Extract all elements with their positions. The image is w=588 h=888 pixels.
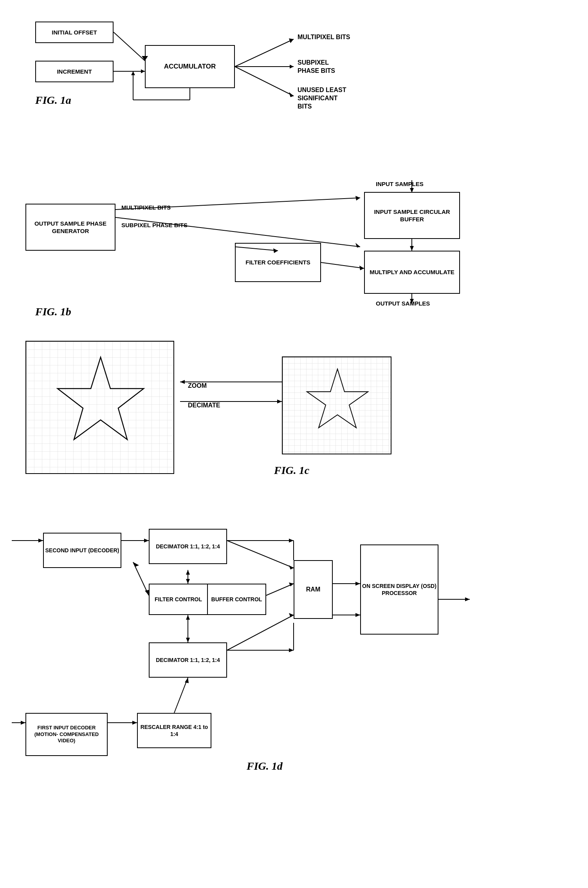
output-sample-phase-generator-box: OUTPUT SAMPLE PHASE GENERATOR — [25, 204, 115, 251]
svg-marker-55 — [289, 648, 294, 652]
first-input-decoder-box: FIRST INPUT DECODER (MOTION- COMPENSATED… — [25, 713, 108, 756]
svg-line-22 — [321, 262, 364, 268]
svg-marker-51 — [186, 579, 190, 584]
zoom-label: ZOOM — [188, 382, 207, 390]
decimator-top-box: DECIMATOR 1:1, 1:2, 1:4 — [149, 529, 227, 564]
svg-rect-32 — [283, 357, 391, 454]
fig-1c-label: FIG. 1c — [274, 464, 309, 477]
svg-marker-45 — [289, 539, 294, 543]
diagram-container: INITIAL OFFSET INCREMENT ACCUMULATOR MUL… — [0, 0, 588, 888]
input-samples-label-1b: INPUT SAMPLES — [376, 180, 424, 188]
svg-marker-74 — [21, 721, 25, 725]
svg-marker-17 — [355, 243, 360, 248]
svg-line-69 — [174, 678, 188, 713]
subpixel-phase-bits-label-1a: SUBPIXELPHASE BITS — [298, 59, 335, 75]
accumulator-box: ACCUMULATOR — [145, 45, 235, 88]
rescaler-box: RESCALER RANGE 4:1 to 1:4 — [137, 713, 211, 748]
input-sample-circular-buffer-box: INPUT SAMPLE CIRCULAR BUFFER — [364, 192, 460, 239]
svg-marker-43 — [289, 565, 294, 570]
svg-marker-13 — [289, 92, 294, 97]
svg-marker-37 — [277, 400, 282, 403]
svg-line-0 — [114, 32, 145, 61]
svg-marker-70 — [185, 678, 189, 683]
buffer-control-text: BUFFER CONTROL — [208, 584, 265, 614]
svg-marker-68 — [465, 597, 470, 601]
second-input-decoder-box: SECOND INPUT (DECODER) — [43, 533, 121, 568]
filter-control-text: FILTER CONTROL — [150, 584, 208, 614]
filter-buffer-control-box: FILTER CONTROL BUFFER CONTROL — [149, 584, 266, 615]
svg-marker-50 — [186, 570, 190, 575]
svg-marker-64 — [355, 582, 360, 586]
svg-marker-21 — [410, 246, 414, 251]
multiply-accumulate-box: MULTIPLY AND ACCUMULATE — [364, 251, 460, 294]
svg-line-60 — [133, 562, 149, 595]
small-grid-svg — [283, 357, 391, 454]
multipixel-bits-label-1b: MULTIPIXEL BITS — [121, 204, 171, 212]
large-grid-image — [25, 341, 174, 474]
svg-marker-3 — [141, 69, 145, 73]
fig-1b-label: FIG. 1b — [35, 306, 71, 318]
svg-marker-41 — [144, 539, 149, 543]
svg-line-42 — [227, 541, 294, 568]
svg-rect-29 — [26, 342, 174, 474]
svg-line-47 — [266, 584, 294, 595]
large-grid-svg — [26, 342, 174, 474]
increment-box: INCREMENT — [35, 61, 114, 82]
svg-marker-61 — [133, 562, 139, 567]
small-grid-image — [282, 356, 391, 454]
svg-marker-7 — [131, 71, 135, 75]
svg-line-8 — [235, 39, 294, 67]
svg-marker-35 — [180, 380, 185, 384]
ram-box: RAM — [294, 560, 333, 619]
svg-marker-58 — [186, 638, 190, 642]
svg-marker-72 — [132, 721, 137, 725]
svg-marker-48 — [289, 582, 294, 586]
svg-marker-39 — [38, 539, 43, 543]
osd-processor-box: ON SCREEN DISPLAY (OSD) PROCESSOR — [360, 544, 438, 635]
decimator-bottom-box: DECIMATOR 1:1, 1:2, 1:4 — [149, 642, 227, 678]
svg-marker-59 — [186, 615, 190, 620]
svg-marker-23 — [359, 266, 364, 270]
decimate-label: DECIMATE — [188, 401, 220, 410]
svg-line-52 — [227, 615, 294, 650]
unused-lsb-label-1a: UNUSED LEASTSIGNIFICANTBITS — [298, 86, 346, 110]
svg-marker-15 — [355, 196, 360, 201]
svg-marker-53 — [289, 613, 294, 617]
svg-marker-66 — [355, 613, 360, 617]
fig-1d-label: FIG. 1d — [247, 760, 283, 772]
fig-1a-label: FIG. 1a — [35, 94, 71, 107]
svg-marker-11 — [290, 65, 294, 69]
svg-marker-9 — [289, 38, 294, 43]
output-samples-label-1b: OUTPUT SAMPLES — [376, 300, 430, 307]
initial-offset-box: INITIAL OFFSET — [35, 22, 114, 43]
svg-line-12 — [235, 67, 294, 96]
multipixel-bits-label-1a: MULTIPIXEL BITS — [298, 33, 350, 42]
filter-coefficients-box: FILTER COEFFICIENTS — [235, 243, 321, 282]
subpixel-phase-bits-label-1b: SUBPIXEL PHASE BITS — [121, 221, 188, 229]
